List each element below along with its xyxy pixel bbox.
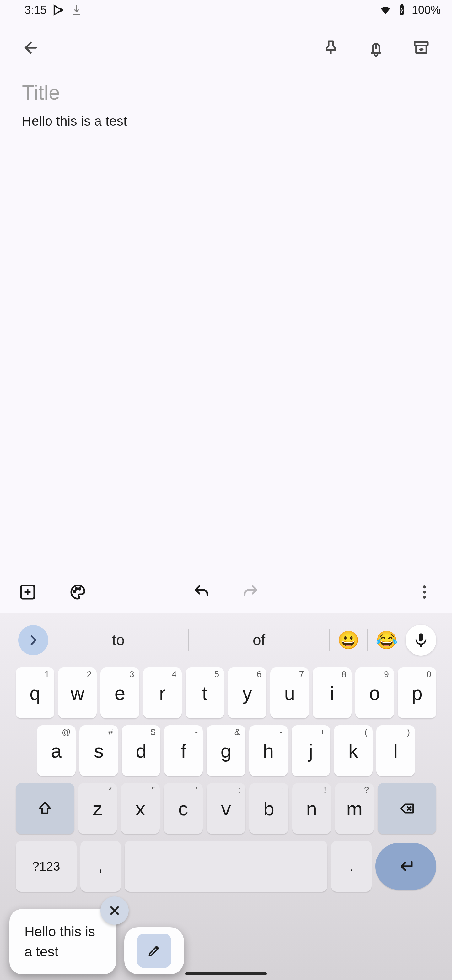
archive-button[interactable]: [406, 33, 436, 63]
key-b[interactable]: b;: [249, 783, 288, 834]
status-time: 3:15: [24, 3, 46, 17]
emoji-suggestion-2[interactable]: 😂: [368, 630, 406, 651]
svg-point-9: [423, 596, 426, 599]
key-r[interactable]: r4: [143, 667, 182, 718]
key-l[interactable]: l): [376, 725, 415, 776]
key-i[interactable]: i8: [312, 667, 351, 718]
shift-key[interactable]: [16, 783, 75, 834]
key-hint: :: [238, 785, 240, 795]
key-hint: 3: [129, 669, 134, 679]
battery-charging-icon: [395, 4, 408, 16]
key-hint: @: [62, 727, 71, 737]
key-a[interactable]: a@: [37, 725, 76, 776]
svg-point-5: [76, 588, 78, 590]
key-hint: +: [320, 727, 325, 737]
key-v[interactable]: v:: [206, 783, 246, 834]
key-hint: ): [407, 727, 410, 737]
key-hint: $: [151, 727, 156, 737]
key-hint: -: [280, 727, 282, 737]
undo-button[interactable]: [186, 577, 217, 607]
key-f[interactable]: f-: [164, 725, 203, 776]
pencil-icon: [137, 934, 171, 968]
key-hint: -: [195, 727, 198, 737]
key-p[interactable]: p0: [398, 667, 436, 718]
pin-button[interactable]: [316, 33, 346, 63]
space-key[interactable]: [125, 841, 327, 892]
clipboard-suggestion[interactable]: Hello this is a test: [10, 909, 116, 974]
dismiss-clipboard-button[interactable]: [100, 896, 129, 925]
key-x[interactable]: x": [121, 783, 160, 834]
key-o[interactable]: o9: [355, 667, 394, 718]
key-z[interactable]: z*: [78, 783, 117, 834]
key-g[interactable]: g&: [206, 725, 245, 776]
key-q[interactable]: q1: [16, 667, 54, 718]
svg-point-4: [74, 590, 76, 592]
enter-key[interactable]: [376, 843, 436, 890]
key-hint: ': [196, 785, 197, 795]
key-hint: #: [108, 727, 113, 737]
svg-rect-2: [415, 42, 428, 46]
key-s[interactable]: s#: [79, 725, 118, 776]
voice-input-button[interactable]: [406, 625, 436, 655]
key-c[interactable]: c': [163, 783, 203, 834]
key-e[interactable]: e3: [100, 667, 139, 718]
svg-rect-1: [401, 5, 403, 5]
expand-toolbar-button[interactable]: [18, 625, 48, 655]
keyboard: to of 😀 😂 q1w2e3r4t5y6u7i8o9p0 a@s#d$f-g…: [0, 612, 452, 980]
more-button[interactable]: [409, 577, 439, 607]
key-hint: 4: [172, 669, 177, 679]
comma-key[interactable]: ,: [80, 841, 121, 892]
suggestion-1[interactable]: to: [48, 632, 188, 649]
app-bar: [0, 20, 452, 75]
key-j[interactable]: j+: [292, 725, 330, 776]
nav-handle[interactable]: [185, 972, 267, 975]
key-h[interactable]: h-: [249, 725, 288, 776]
wifi-icon: [379, 4, 392, 16]
key-hint: !: [324, 785, 326, 795]
emoji-suggestion-1[interactable]: 😀: [330, 630, 367, 651]
key-hint: 1: [44, 669, 49, 679]
play-store-icon: [52, 4, 65, 16]
key-u[interactable]: u7: [270, 667, 309, 718]
clipboard-area: Hello this is a test: [10, 909, 184, 974]
battery-percent: 100%: [412, 3, 441, 17]
key-hint: ": [152, 785, 155, 795]
download-icon: [70, 4, 83, 16]
reminder-button[interactable]: [361, 33, 391, 63]
key-hint: ?: [364, 785, 369, 795]
key-hint: &: [235, 727, 240, 737]
key-hint: 2: [87, 669, 92, 679]
title-input[interactable]: [22, 81, 430, 104]
suggestion-row: to of 😀 😂: [0, 612, 452, 667]
key-hint: *: [109, 785, 112, 795]
key-w[interactable]: w2: [58, 667, 97, 718]
key-d[interactable]: d$: [122, 725, 160, 776]
palette-button[interactable]: [63, 577, 93, 607]
key-t[interactable]: t5: [186, 667, 224, 718]
note-editor: Hello this is a test: [0, 75, 452, 129]
key-k[interactable]: k(: [334, 725, 373, 776]
key-hint: ;: [281, 785, 284, 795]
key-n[interactable]: n!: [292, 783, 331, 834]
key-hint: 5: [214, 669, 219, 679]
symbols-key[interactable]: ?123: [16, 841, 76, 892]
bottom-toolbar: [0, 572, 452, 612]
period-key[interactable]: .: [331, 841, 372, 892]
svg-point-7: [423, 585, 426, 588]
key-hint: 6: [257, 669, 262, 679]
add-box-button[interactable]: [13, 577, 43, 607]
clipboard-text: Hello this is a test: [24, 924, 95, 959]
suggestion-2[interactable]: of: [189, 632, 329, 649]
key-hint: 7: [299, 669, 304, 679]
redo-button[interactable]: [235, 577, 266, 607]
svg-point-6: [79, 588, 81, 590]
edit-clipboard-button[interactable]: [124, 927, 184, 974]
status-bar: 3:15 100%: [0, 0, 452, 20]
key-m[interactable]: m?: [335, 783, 374, 834]
key-y[interactable]: y6: [228, 667, 266, 718]
note-body[interactable]: Hello this is a test: [22, 114, 430, 129]
back-button[interactable]: [16, 33, 46, 63]
key-hint: 8: [341, 669, 347, 679]
key-hint: (: [365, 727, 368, 737]
backspace-key[interactable]: [377, 783, 436, 834]
